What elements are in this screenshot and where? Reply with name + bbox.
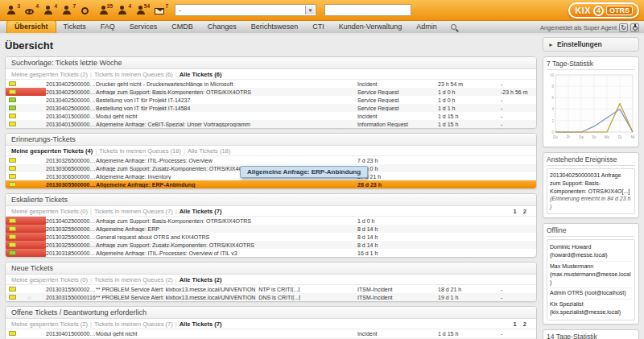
- event-entry[interactable]: 2013040250000031 Anfrage zum Support: Ba…: [547, 168, 635, 214]
- ticket-number: 2013040250000022: [46, 97, 96, 103]
- ticket-row[interactable]: 2013032550000035General request about OT…: [6, 233, 536, 241]
- filter-link[interactable]: Alle Tickets (7): [180, 208, 222, 215]
- filter-link[interactable]: Meine gesperrten Tickets (0): [11, 208, 88, 215]
- ticket-row[interactable]: 2013040250000022Bestellung von IT für Pr…: [6, 96, 536, 104]
- settings-toggle[interactable]: ►Einstellungen: [543, 37, 639, 52]
- filter-link[interactable]: Tickets in meinen Queues (7): [94, 208, 173, 215]
- kix4otrs-logo: KIX 4 OTRS: [568, 2, 639, 19]
- filter-link[interactable]: Tickets in meinen Queues (7): [94, 320, 173, 328]
- tab-services[interactable]: Services: [122, 21, 165, 33]
- event-text: 2013040250000031 Anfrage zum Support: Ba…: [550, 172, 630, 194]
- ticket-row[interactable]: 2013032550000026Allgemeine Anfrage: ERP8…: [6, 225, 536, 233]
- ticket-row[interactable]: ☆2013031550000116** PROBLEM Service Aler…: [6, 293, 536, 301]
- ticket-row[interactable]: 2013040150000024Modul geht nichtIncident…: [6, 112, 536, 120]
- filter-separator: |: [175, 320, 177, 328]
- tab-kunden-verwaltung[interactable]: Kunden-Verwaltung: [332, 21, 410, 33]
- tab-admin[interactable]: Admin: [409, 21, 444, 33]
- ticket-row[interactable]: 2013040150000024Modul geht nichtIncident…: [6, 329, 536, 337]
- ticket-row[interactable]: 2013032650000024Allgemeine Anfrage: ITIL…: [6, 156, 536, 164]
- tab-tickets[interactable]: Tickets: [56, 21, 93, 33]
- ticket-tooltip: Allgemeine Anfrage: ERP-Anbindung: [240, 166, 368, 178]
- top-toolbar: 3447354547 - ▾ KIX 4 OTRS: [0, 0, 644, 21]
- count-badge: 7: [165, 3, 168, 9]
- pagination[interactable]: 1 2: [514, 208, 529, 215]
- priority-flag: [9, 89, 16, 94]
- svg-text:Mi: Mi: [631, 135, 635, 139]
- watch-star-icon[interactable]: ☆: [27, 295, 31, 300]
- tab-changes[interactable]: Changes: [200, 21, 244, 33]
- fulltext-search-input[interactable]: [324, 4, 411, 16]
- ticket-title: ** PROBLEM Service Alert: kixbox13.messe…: [96, 287, 349, 292]
- filter-link[interactable]: Meine gesperrten Tickets (0): [11, 276, 88, 283]
- svg-text:0: 0: [551, 130, 554, 134]
- offline-user[interactable]: Dominic Howard (howard@messe.local): [550, 242, 632, 262]
- all-tickets-icon[interactable]: 54: [134, 6, 147, 16]
- power-icon: [633, 26, 638, 31]
- ticket-title: Allgemeine Anfrage: CeBIT-Spezial: Unser…: [96, 122, 349, 127]
- filter-link[interactable]: Meine gesperrten Tickets (4): [11, 147, 93, 155]
- ticket-title: Bestellung von IT für Projekt IT-14584: [96, 105, 349, 111]
- ticket-number: 2013040250000013: [46, 105, 96, 111]
- priority-flag: [9, 226, 16, 231]
- tab-faq[interactable]: FAQ: [93, 21, 122, 33]
- ticket-flags: [6, 80, 46, 88]
- filter-link[interactable]: Alle Tickets (6): [180, 71, 222, 78]
- ticket-row[interactable]: 2013031850000012Allgemeine Anfrage: ITIL…: [6, 249, 536, 257]
- filter-link[interactable]: Tickets in meinen Queues (18): [99, 147, 181, 155]
- ticket-row[interactable]: 2013030550000046Allgemeine Anfrage: ERP-…: [6, 180, 536, 188]
- filter-link[interactable]: Alle Tickets (18): [188, 147, 230, 155]
- offline-user[interactable]: Max Mustermann (max.mustermann@messe.loc…: [550, 262, 632, 288]
- ticket-row[interactable]: 2013032550000071Anfrage zum Support: Zus…: [6, 241, 536, 249]
- ticket-number: 2013030550000046: [46, 182, 96, 188]
- ticket-age: 23 h 54 m: [430, 81, 493, 87]
- chevron-down-icon[interactable]: ▾: [305, 6, 315, 14]
- filter-bar: Meine gesperrten Tickets (0)|Tickets in …: [6, 206, 536, 217]
- ticket-row[interactable]: 2013040150000015Allgemeine Anfrage: CeBI…: [6, 120, 536, 128]
- upcoming-events-widget: Anstehende Ereignisse 2013040250000031 A…: [543, 152, 639, 218]
- offline-user[interactable]: Admin OTRS (root@localhost): [550, 288, 632, 300]
- ticket-row[interactable]: 2013040250000041Drucker geht nicht - Dru…: [6, 80, 536, 88]
- ticket-type: Service Request: [349, 89, 430, 95]
- priority-flag: [9, 174, 16, 179]
- toolbar-icons: 3447354547: [5, 6, 165, 16]
- ticket-row[interactable]: 2013031550000241** PROBLEM Service Alert…: [6, 285, 536, 293]
- new-tickets-icon[interactable]: 35: [97, 6, 109, 16]
- ticket-number: 2013030650000099: [46, 174, 96, 180]
- ticket-row[interactable]: 2013040250000031Anfrage zum Support: Bas…: [6, 217, 536, 225]
- ticket-age: 1 d 0 h: [430, 97, 493, 103]
- filter-link[interactable]: Meine gesperrten Tickets (2): [11, 320, 88, 328]
- ticket-escalation-time: -: [493, 287, 536, 292]
- filter-link[interactable]: Alle Tickets (2): [180, 276, 222, 283]
- tab--bersicht[interactable]: Übersicht: [6, 20, 56, 33]
- refresh-button[interactable]: ↻: [619, 23, 628, 32]
- ticket-table: 2013040250000031Anfrage zum Support: Bas…: [6, 217, 536, 257]
- pagination[interactable]: 1 2: [514, 320, 529, 328]
- filter-link[interactable]: Meine gesperrten Tickets (2): [11, 71, 88, 78]
- queue-jump-select[interactable]: - ▾: [175, 4, 316, 16]
- queue-view-icon[interactable]: [79, 6, 91, 16]
- watched-tickets-icon[interactable]: 4: [23, 6, 35, 16]
- tab-cmdb[interactable]: CMDB: [164, 21, 200, 33]
- locked-tickets-icon[interactable]: 3: [5, 6, 17, 16]
- search-icon[interactable]: [451, 24, 456, 30]
- 7-day-stats-chart: 0246810DoFrSaSoMoDiMi: [547, 72, 635, 143]
- filter-link[interactable]: Tickets in meinen Queues (6): [94, 71, 173, 78]
- responsible-tickets-icon[interactable]: 4: [42, 6, 54, 16]
- offline-user[interactable]: Kix Spezialist (kix.spezialist@messe.loc…: [550, 300, 632, 318]
- logout-button[interactable]: [630, 23, 639, 32]
- ticket-row[interactable]: 2013040250000031Anfrage zum Support: Bas…: [6, 88, 536, 96]
- ticket-number: 2013031850000012: [46, 250, 96, 256]
- ticket-table: 2013031550000241** PROBLEM Service Alert…: [6, 285, 536, 301]
- reminder-tickets-icon[interactable]: 7: [60, 6, 72, 16]
- open-tickets-icon[interactable]: 4: [116, 6, 128, 16]
- ticket-type: 8 d 14 h: [349, 226, 430, 232]
- filter-link[interactable]: Tickets in meinen Queues (2): [94, 276, 173, 283]
- filter-separator: |: [175, 208, 177, 215]
- ticket-title: Drucker geht nicht - Druckerwarteschläng…: [96, 81, 349, 87]
- logged-in-text: Angemeldet als Super Agent: [540, 24, 617, 31]
- filter-link[interactable]: Alle Tickets (7): [180, 320, 222, 328]
- tab-cti[interactable]: CTI: [305, 21, 332, 33]
- tab-berichtswesen[interactable]: Berichtswesen: [244, 21, 306, 33]
- new-mail-icon[interactable]: 7: [153, 6, 165, 16]
- ticket-row[interactable]: 2013040250000013Bestellung von IT für Pr…: [6, 104, 536, 112]
